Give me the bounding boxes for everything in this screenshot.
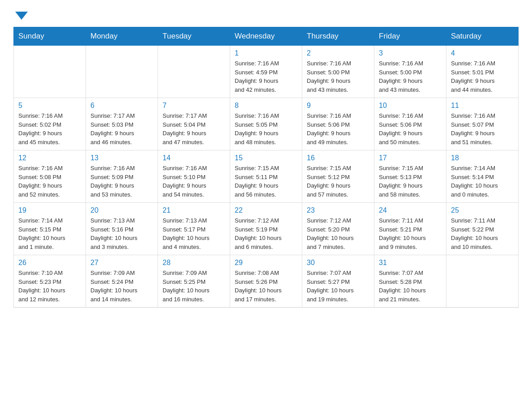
day-info: Sunrise: 7:17 AM Sunset: 5:04 PM Dayligh… xyxy=(163,111,225,146)
calendar-cell xyxy=(86,46,158,98)
calendar-header: SundayMondayTuesdayWednesdayThursdayFrid… xyxy=(14,27,519,46)
calendar-cell: 20Sunrise: 7:13 AM Sunset: 5:16 PM Dayli… xyxy=(86,203,158,255)
day-info: Sunrise: 7:11 AM Sunset: 5:21 PM Dayligh… xyxy=(379,216,442,251)
day-info: Sunrise: 7:08 AM Sunset: 5:26 PM Dayligh… xyxy=(235,269,297,304)
weekday-header-row: SundayMondayTuesdayWednesdayThursdayFrid… xyxy=(14,27,519,46)
calendar-cell xyxy=(158,46,230,98)
weekday-header-tuesday: Tuesday xyxy=(158,27,230,46)
calendar-cell: 3Sunrise: 7:16 AM Sunset: 5:00 PM Daylig… xyxy=(374,46,446,98)
day-number: 21 xyxy=(163,206,225,214)
day-number: 20 xyxy=(90,206,153,214)
day-info: Sunrise: 7:16 AM Sunset: 5:05 PM Dayligh… xyxy=(235,111,297,146)
calendar-cell: 27Sunrise: 7:09 AM Sunset: 5:24 PM Dayli… xyxy=(86,255,158,308)
day-number: 31 xyxy=(379,259,442,267)
calendar-week-4: 19Sunrise: 7:14 AM Sunset: 5:15 PM Dayli… xyxy=(14,203,519,255)
day-number: 30 xyxy=(307,259,369,267)
day-number: 6 xyxy=(90,102,153,110)
day-number: 29 xyxy=(235,259,297,267)
page-header xyxy=(13,9,519,18)
day-info: Sunrise: 7:11 AM Sunset: 5:22 PM Dayligh… xyxy=(451,216,514,251)
day-number: 9 xyxy=(307,102,369,110)
day-info: Sunrise: 7:12 AM Sunset: 5:20 PM Dayligh… xyxy=(307,216,369,251)
calendar-cell: 16Sunrise: 7:15 AM Sunset: 5:12 PM Dayli… xyxy=(302,150,374,203)
day-info: Sunrise: 7:07 AM Sunset: 5:27 PM Dayligh… xyxy=(307,269,369,304)
day-number: 14 xyxy=(163,154,225,162)
day-info: Sunrise: 7:16 AM Sunset: 5:02 PM Dayligh… xyxy=(18,111,81,146)
calendar-cell: 13Sunrise: 7:16 AM Sunset: 5:09 PM Dayli… xyxy=(86,150,158,203)
day-info: Sunrise: 7:16 AM Sunset: 5:01 PM Dayligh… xyxy=(451,59,514,94)
day-info: Sunrise: 7:16 AM Sunset: 4:59 PM Dayligh… xyxy=(235,59,297,94)
calendar-cell: 8Sunrise: 7:16 AM Sunset: 5:05 PM Daylig… xyxy=(230,98,302,150)
day-info: Sunrise: 7:17 AM Sunset: 5:03 PM Dayligh… xyxy=(90,111,153,146)
day-number: 23 xyxy=(307,206,369,214)
calendar-cell: 11Sunrise: 7:16 AM Sunset: 5:07 PM Dayli… xyxy=(446,98,519,150)
day-number: 7 xyxy=(163,102,225,110)
calendar-cell: 12Sunrise: 7:16 AM Sunset: 5:08 PM Dayli… xyxy=(14,150,86,203)
calendar-cell: 2Sunrise: 7:16 AM Sunset: 5:00 PM Daylig… xyxy=(302,46,374,98)
day-info: Sunrise: 7:14 AM Sunset: 5:14 PM Dayligh… xyxy=(451,164,514,199)
day-number: 10 xyxy=(379,102,442,110)
day-info: Sunrise: 7:14 AM Sunset: 5:15 PM Dayligh… xyxy=(18,216,81,251)
day-info: Sunrise: 7:13 AM Sunset: 5:16 PM Dayligh… xyxy=(90,216,153,251)
weekday-header-sunday: Sunday xyxy=(14,27,86,46)
day-info: Sunrise: 7:16 AM Sunset: 5:10 PM Dayligh… xyxy=(163,164,225,199)
calendar-cell xyxy=(14,46,86,98)
day-number: 28 xyxy=(163,259,225,267)
day-info: Sunrise: 7:12 AM Sunset: 5:19 PM Dayligh… xyxy=(235,216,297,251)
day-number: 19 xyxy=(18,206,81,214)
calendar-cell: 1Sunrise: 7:16 AM Sunset: 4:59 PM Daylig… xyxy=(230,46,302,98)
day-info: Sunrise: 7:16 AM Sunset: 5:06 PM Dayligh… xyxy=(307,111,369,146)
calendar-cell: 22Sunrise: 7:12 AM Sunset: 5:19 PM Dayli… xyxy=(230,203,302,255)
day-number: 27 xyxy=(90,259,153,267)
calendar-cell: 5Sunrise: 7:16 AM Sunset: 5:02 PM Daylig… xyxy=(14,98,86,150)
day-number: 12 xyxy=(18,154,81,162)
day-number: 2 xyxy=(307,49,369,57)
calendar-week-1: 1Sunrise: 7:16 AM Sunset: 4:59 PM Daylig… xyxy=(14,46,519,98)
day-number: 13 xyxy=(90,154,153,162)
day-info: Sunrise: 7:16 AM Sunset: 5:00 PM Dayligh… xyxy=(379,59,442,94)
day-number: 18 xyxy=(451,154,514,162)
day-info: Sunrise: 7:07 AM Sunset: 5:28 PM Dayligh… xyxy=(379,269,442,304)
calendar-cell: 17Sunrise: 7:15 AM Sunset: 5:13 PM Dayli… xyxy=(374,150,446,203)
logo-arrow-icon xyxy=(15,12,28,20)
weekday-header-wednesday: Wednesday xyxy=(230,27,302,46)
calendar-cell: 26Sunrise: 7:10 AM Sunset: 5:23 PM Dayli… xyxy=(14,255,86,308)
day-number: 17 xyxy=(379,154,442,162)
day-number: 15 xyxy=(235,154,297,162)
calendar-cell: 23Sunrise: 7:12 AM Sunset: 5:20 PM Dayli… xyxy=(302,203,374,255)
calendar-week-3: 12Sunrise: 7:16 AM Sunset: 5:08 PM Dayli… xyxy=(14,150,519,203)
day-info: Sunrise: 7:09 AM Sunset: 5:25 PM Dayligh… xyxy=(163,269,225,304)
day-info: Sunrise: 7:13 AM Sunset: 5:17 PM Dayligh… xyxy=(163,216,225,251)
day-info: Sunrise: 7:09 AM Sunset: 5:24 PM Dayligh… xyxy=(90,269,153,304)
calendar-cell: 4Sunrise: 7:16 AM Sunset: 5:01 PM Daylig… xyxy=(446,46,519,98)
calendar-cell: 28Sunrise: 7:09 AM Sunset: 5:25 PM Dayli… xyxy=(158,255,230,308)
calendar-week-2: 5Sunrise: 7:16 AM Sunset: 5:02 PM Daylig… xyxy=(14,98,519,150)
calendar-cell: 25Sunrise: 7:11 AM Sunset: 5:22 PM Dayli… xyxy=(446,203,519,255)
calendar-cell: 10Sunrise: 7:16 AM Sunset: 5:06 PM Dayli… xyxy=(374,98,446,150)
weekday-header-friday: Friday xyxy=(374,27,446,46)
day-number: 26 xyxy=(18,259,81,267)
calendar-cell: 14Sunrise: 7:16 AM Sunset: 5:10 PM Dayli… xyxy=(158,150,230,203)
calendar-cell: 29Sunrise: 7:08 AM Sunset: 5:26 PM Dayli… xyxy=(230,255,302,308)
day-number: 4 xyxy=(451,49,514,57)
calendar-cell: 31Sunrise: 7:07 AM Sunset: 5:28 PM Dayli… xyxy=(374,255,446,308)
day-number: 24 xyxy=(379,206,442,214)
weekday-header-saturday: Saturday xyxy=(446,27,519,46)
calendar-week-5: 26Sunrise: 7:10 AM Sunset: 5:23 PM Dayli… xyxy=(14,255,519,308)
day-number: 1 xyxy=(235,49,297,57)
calendar-cell: 9Sunrise: 7:16 AM Sunset: 5:06 PM Daylig… xyxy=(302,98,374,150)
day-info: Sunrise: 7:16 AM Sunset: 5:08 PM Dayligh… xyxy=(18,164,81,199)
day-number: 22 xyxy=(235,206,297,214)
calendar-cell: 7Sunrise: 7:17 AM Sunset: 5:04 PM Daylig… xyxy=(158,98,230,150)
day-number: 3 xyxy=(379,49,442,57)
day-number: 5 xyxy=(18,102,81,110)
day-number: 25 xyxy=(451,206,514,214)
day-info: Sunrise: 7:15 AM Sunset: 5:12 PM Dayligh… xyxy=(307,164,369,199)
day-info: Sunrise: 7:16 AM Sunset: 5:06 PM Dayligh… xyxy=(379,111,442,146)
calendar-cell: 18Sunrise: 7:14 AM Sunset: 5:14 PM Dayli… xyxy=(446,150,519,203)
calendar-cell: 24Sunrise: 7:11 AM Sunset: 5:21 PM Dayli… xyxy=(374,203,446,255)
calendar-cell: 6Sunrise: 7:17 AM Sunset: 5:03 PM Daylig… xyxy=(86,98,158,150)
calendar-body: 1Sunrise: 7:16 AM Sunset: 4:59 PM Daylig… xyxy=(14,46,519,308)
calendar-table: SundayMondayTuesdayWednesdayThursdayFrid… xyxy=(13,27,519,308)
calendar-cell: 19Sunrise: 7:14 AM Sunset: 5:15 PM Dayli… xyxy=(14,203,86,255)
